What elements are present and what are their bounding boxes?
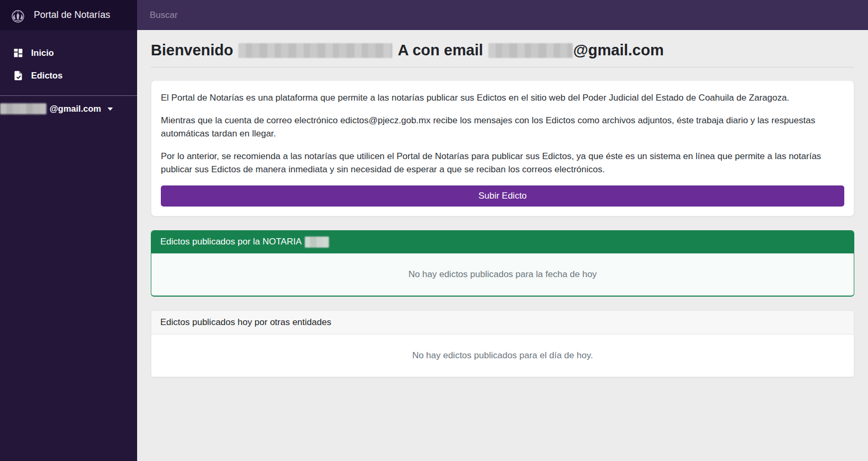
page-title: Bienvenido A con email @gmail.com: [151, 42, 854, 59]
coat-of-arms-logo-icon: [8, 6, 27, 25]
sidebar-item-edictos[interactable]: Edictos: [0, 64, 137, 87]
sidebar-item-label: Inicio: [31, 48, 54, 58]
chevron-down-icon: [108, 107, 113, 111]
other-edicts-header: Edictos publicados hoy por otras entidad…: [151, 311, 854, 335]
search-input[interactable]: [150, 10, 855, 21]
content-column: Bienvenido A con email @gmail.com El Por…: [137, 0, 868, 461]
intro-paragraph: El Portal de Notarías es una plataforma …: [161, 91, 844, 105]
own-edicts-empty-message: No hay edictos publicados para la fecha …: [151, 253, 854, 296]
user-email-dropdown[interactable]: @gmail.com: [0, 96, 137, 122]
brand-title: Portal de Notarías: [34, 9, 110, 21]
user-email-suffix: @gmail.com: [50, 104, 101, 114]
redacted-user-email: [0, 103, 46, 114]
app-window: Portal de Notarías Inicio Edictos @gmail…: [0, 0, 868, 461]
redacted-email-local-part: [488, 43, 573, 58]
document-check-icon: [13, 70, 24, 81]
welcome-after-name: A con email: [398, 42, 483, 59]
welcome-greeting: Bienvenido: [151, 42, 233, 59]
heading-divider: [151, 67, 854, 67]
dashboard-icon: [13, 47, 24, 58]
sidebar: Portal de Notarías Inicio Edictos @gmail…: [0, 0, 137, 461]
welcome-email-domain: @gmail.com: [573, 42, 664, 59]
sidebar-item-inicio[interactable]: Inicio: [0, 42, 137, 64]
own-edicts-header-text: Edictos publicados por la NOTARIA: [160, 237, 302, 247]
intro-paragraph: Por lo anterior, se recomienda a las not…: [161, 150, 844, 176]
topbar: [137, 0, 868, 30]
intro-paragraph: Mientras que la cuenta de correo electró…: [161, 114, 844, 141]
redacted-user-name: [238, 43, 392, 58]
other-edicts-card: Edictos publicados hoy por otras entidad…: [151, 310, 854, 377]
sidebar-nav: Inicio Edictos: [0, 42, 137, 87]
brand-link[interactable]: Portal de Notarías: [0, 0, 137, 30]
main-area: Bienvenido A con email @gmail.com El Por…: [137, 30, 868, 461]
redacted-notaria-number: [305, 237, 329, 248]
sidebar-item-label: Edictos: [31, 71, 63, 81]
other-edicts-empty-message: No hay edictos publicados para el día de…: [151, 335, 854, 377]
upload-edict-button[interactable]: Subir Edicto: [161, 185, 844, 207]
own-edicts-header: Edictos publicados por la NOTARIA: [151, 231, 854, 253]
own-edicts-card: Edictos publicados por la NOTARIA No hay…: [151, 230, 854, 297]
intro-card: El Portal de Notarías es una plataforma …: [151, 80, 854, 217]
